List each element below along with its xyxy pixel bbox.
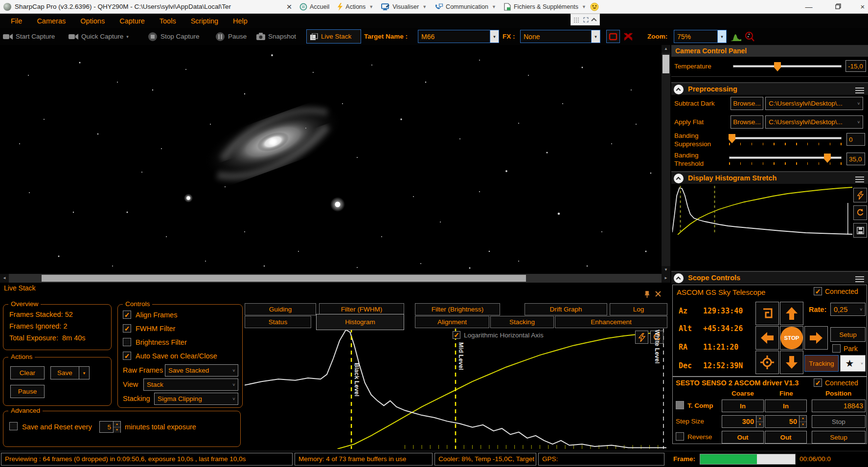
coarse-out-button[interactable]: Out [722, 431, 764, 444]
banding-suppression-thumb[interactable] [729, 134, 735, 143]
collapse-button[interactable] [674, 174, 684, 183]
pause-button[interactable]: Pause [215, 28, 247, 45]
selection-area-button[interactable] [606, 30, 620, 43]
menu-icon[interactable] [855, 86, 864, 95]
sync-target-button[interactable] [755, 351, 779, 374]
zoom-combo[interactable]: 75% ▾ [674, 30, 727, 43]
goto-star-button[interactable]: ★˅ [840, 355, 866, 372]
slew-up-button[interactable] [780, 302, 803, 325]
brightness-filter-checkbox[interactable] [123, 338, 131, 346]
reverse-checkbox[interactable] [676, 432, 684, 441]
target-name-combo[interactable]: M66 ▾ [418, 30, 499, 43]
tab-guiding[interactable]: Guiding [245, 303, 316, 315]
save-dropdown-button[interactable]: ▾ [79, 366, 90, 379]
minutes-spinner[interactable]: 5 ▲▼ [99, 421, 121, 433]
t-comp-checkbox[interactable] [676, 401, 684, 409]
quick-capture-button[interactable]: Quick Capture ▾ [69, 28, 129, 45]
overlay-close-icon[interactable]: × [283, 1, 296, 13]
slew-down-button[interactable] [780, 351, 803, 374]
camera-preview[interactable] [0, 45, 662, 274]
fine-in-button[interactable]: In [765, 400, 807, 412]
focuser-connected-checkbox[interactable] [814, 378, 822, 387]
slew-right-button[interactable] [804, 326, 828, 350]
save-button[interactable]: Save [50, 366, 79, 379]
tab-status[interactable]: Status [245, 316, 311, 328]
subtract-dark-browse-button[interactable]: Browse... [731, 97, 763, 110]
overlay-item-1[interactable]: Accueil [299, 3, 329, 11]
menu-tools[interactable]: Tools [160, 17, 176, 25]
menu-file[interactable]: File [11, 17, 22, 25]
black-level-label[interactable]: Black Level [353, 363, 360, 397]
stop-slew-button[interactable]: STOP [780, 326, 803, 350]
start-capture-button[interactable]: Start Capture [3, 28, 55, 45]
close-button[interactable]: × [857, 0, 868, 14]
view-select[interactable]: Stack˅ [143, 378, 238, 391]
live-stack-button[interactable]: Live Stack [306, 29, 361, 44]
temperature-slider[interactable] [733, 65, 842, 67]
overlay-item-3[interactable]: Visualiser▼ [381, 3, 427, 11]
focuser-stop-button[interactable]: Stop [812, 415, 866, 428]
banding-threshold-slider[interactable] [729, 156, 842, 159]
vertical-scroll-thumb[interactable] [662, 55, 669, 73]
tab-filter-brightness-[interactable]: Filter (Brightness) [415, 303, 500, 315]
save-reset-checkbox[interactable] [9, 422, 18, 430]
tab-log[interactable]: Log [610, 303, 667, 315]
banding-threshold-thumb[interactable] [824, 154, 831, 163]
collapse-button[interactable] [674, 273, 684, 283]
slew-left-button[interactable] [755, 326, 779, 350]
fwhm-filter-checkbox[interactable] [123, 324, 131, 333]
smiley-icon[interactable] [590, 2, 599, 11]
coarse-step-spinner[interactable]: 300 ▲▼ [722, 415, 764, 428]
stacking-select[interactable]: Sigma Clipping˅ [154, 393, 238, 405]
overlay-grip-popup[interactable] [571, 14, 600, 25]
overlay-item-5[interactable]: Fichiers & Suppléments▼ [504, 3, 586, 11]
menu-options[interactable]: Options [80, 17, 105, 25]
spiral-search-button[interactable] [755, 302, 779, 325]
white-level-label[interactable]: White Level [654, 330, 661, 363]
clear-button[interactable]: Clear [10, 366, 45, 379]
save-stretch-button[interactable] [853, 223, 867, 238]
tracking-button[interactable]: Tracking [804, 355, 839, 372]
tab-drift-graph[interactable]: Drift Graph [525, 303, 607, 315]
minimize-button[interactable]: — [798, 0, 820, 14]
align-frames-checkbox[interactable] [123, 311, 131, 319]
reticle-toolbar-button[interactable] [743, 30, 756, 43]
auto-stretch-button[interactable] [635, 331, 648, 344]
focuser-setup-button[interactable]: Setup [812, 431, 866, 444]
reset-stretch-button[interactable] [853, 205, 867, 220]
stop-capture-button[interactable]: Stop Capture [148, 28, 200, 45]
horizontal-scroll-thumb[interactable] [42, 275, 526, 282]
clear-selection-button[interactable] [621, 30, 635, 43]
subtract-dark-path-select[interactable]: C:\Users\sylvi\Desktop\...˅ [765, 97, 863, 110]
collapse-button[interactable] [674, 85, 684, 94]
overlay-item-4[interactable]: Communication▼ [434, 3, 496, 11]
rate-select[interactable]: 0,25˅ [830, 303, 866, 316]
raw-frames-select[interactable]: Save Stacked˅ [165, 364, 238, 377]
coarse-in-button[interactable]: In [722, 400, 764, 412]
tab-stacking[interactable]: Stacking [490, 316, 554, 328]
apply-flat-browse-button[interactable]: Browse... [731, 115, 763, 129]
fine-out-button[interactable]: Out [765, 431, 807, 444]
tab-alignment[interactable]: Alignment [415, 316, 489, 328]
fx-combo[interactable]: None ▾ [520, 30, 600, 43]
restore-button[interactable] [827, 0, 849, 14]
temperature-slider-thumb[interactable] [774, 62, 781, 71]
fine-step-spinner[interactable]: 50 ▲▼ [765, 415, 807, 428]
park-checkbox[interactable] [832, 344, 841, 353]
tab-histogram[interactable]: Histogram [316, 314, 404, 330]
apply-flat-path-select[interactable]: C:\Users\sylvi\Desktop\...˅ [765, 115, 863, 129]
menu-icon[interactable] [855, 275, 864, 284]
pause-stack-button[interactable]: Pause [10, 385, 45, 398]
histogram-toolbar-button[interactable] [729, 30, 743, 43]
banding-suppression-slider[interactable] [729, 137, 842, 139]
vertical-scrollbar[interactable]: ▲ ▼ [662, 45, 670, 274]
mid-level-label[interactable]: Mid Level [457, 342, 464, 370]
auto-save-on-clear-close-checkbox[interactable] [123, 352, 131, 360]
menu-cameras[interactable]: Cameras [37, 17, 66, 25]
horizontal-scrollbar[interactable]: ◄ ► [0, 274, 670, 283]
log-axis-checkbox[interactable] [453, 331, 460, 339]
scope-connected-checkbox[interactable] [814, 287, 822, 295]
menu-icon[interactable] [855, 175, 864, 184]
scope-setup-button[interactable]: Setup [830, 327, 866, 342]
snapshot-button[interactable]: Snapshot [256, 28, 296, 45]
